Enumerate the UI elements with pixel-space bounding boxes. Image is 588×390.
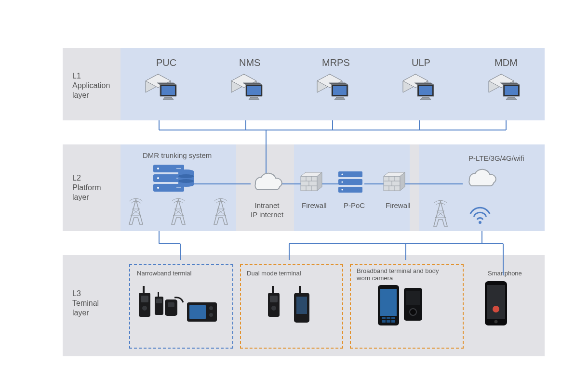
app-ulp: ULP — [412, 57, 430, 69]
app-nms: NMS — [239, 57, 260, 69]
app-mrps: MRPS — [322, 57, 350, 69]
lbl-dual: Dual mode terminal — [247, 270, 301, 277]
l3-label: L3 Teminal layer — [72, 289, 99, 318]
diagram: L1 Application layer L2 Platform layer L… — [0, 0, 588, 390]
lbl-fw1: Firewall — [302, 201, 327, 210]
lbl-fw2: Firewall — [386, 201, 411, 210]
lbl-bbcam: Broadband terminal and body worn camera — [357, 268, 439, 282]
l1-label: L1 Application layer — [72, 71, 110, 100]
lbl-dmr: DMR trunking system — [143, 151, 212, 160]
lbl-intranet: Intranet IP internet — [251, 201, 283, 220]
app-puc: PUC — [156, 57, 176, 69]
app-mdm: MDM — [494, 57, 518, 69]
lbl-narrow: Narrowband termial — [137, 270, 191, 277]
l2-ppoc-box — [294, 144, 410, 231]
lbl-wan: P-LTE/3G/4G/wifi — [468, 154, 524, 163]
l2-label: L2 Platform layer — [72, 173, 101, 202]
lbl-phone: Smartphone — [488, 270, 522, 277]
lbl-ppoc: P-PoC — [344, 201, 365, 210]
